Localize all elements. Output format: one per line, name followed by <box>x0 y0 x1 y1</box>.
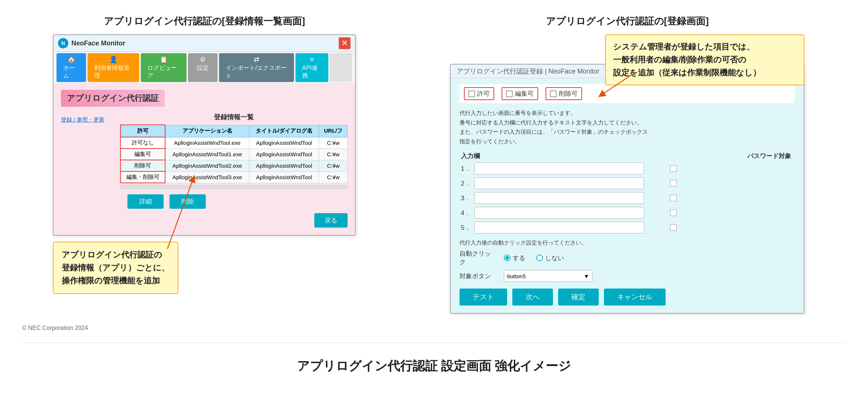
nav-import[interactable]: ⇄ インポート/エクスポート <box>219 53 294 82</box>
cell-dialog-4: AplloginAssistWndTool <box>249 171 319 183</box>
app-login-heading: アプリログイン代行認証 <box>61 90 165 107</box>
col-permission: 許可 <box>120 125 165 137</box>
left-panel-title: アプリログイン代行認証の[登録情報一覧画面] <box>104 15 305 28</box>
form-row-5: 5． <box>459 222 795 233</box>
radio-yes-dot <box>504 255 510 261</box>
col-input-label: 入力欄 <box>461 152 480 160</box>
sidebar-register-link[interactable]: 登録 / 参照・更新 <box>61 116 113 123</box>
radio-group: する しない <box>504 254 564 262</box>
auto-click-label: 自動クリック <box>459 249 496 266</box>
col-url: URL/フ <box>319 125 348 137</box>
allow-label: 許可 <box>477 89 490 98</box>
right-annotation-box: システム管理者が登録した項目では、 一般利用者の編集/削除作業の可否の 設定を追… <box>605 34 804 85</box>
target-select-value: button5 <box>507 273 526 279</box>
next-button[interactable]: 次へ <box>512 289 553 306</box>
form-row-2: 2． <box>459 177 795 189</box>
left-content-area: アプリログイン代行認証 登録 / 参照・更新 登録情報一覧 許 <box>54 84 355 235</box>
table-section-title: 登録情報一覧 <box>120 113 348 122</box>
cell-url-3: C:¥w <box>319 160 348 171</box>
form-header-row: 入力欄 パスワード対象 <box>459 152 795 160</box>
perm-editable: 編集可 <box>502 87 538 100</box>
cell-url-1: C:¥w <box>319 137 348 149</box>
log-icon: 📋 <box>159 55 168 64</box>
cancel-button[interactable]: キャンセル <box>604 289 666 306</box>
cell-dialog-3: AplloginAssistWndTool <box>249 160 319 171</box>
desc-line-3: また、パスワードの入力項目には、「パスワード対象」のチェックボックス <box>459 127 795 137</box>
form-row-num-5: 5． <box>459 224 471 232</box>
password-checkbox-4[interactable] <box>670 209 677 216</box>
user-icon: 👤 <box>109 55 118 64</box>
col-dialog: タイトル/ダイアログ名 <box>249 125 319 137</box>
input-field-2[interactable] <box>474 177 644 189</box>
cell-dialog-2: AplloginAssistWndTool <box>249 149 319 160</box>
detail-button[interactable]: 詳細 <box>127 194 164 209</box>
password-checkbox-3[interactable] <box>670 195 677 201</box>
radio-no[interactable]: しない <box>536 254 564 262</box>
right-neoface-window: アプリログイン代行認証登録 | NeoFace Monitor 許可 編集可 <box>450 64 804 314</box>
table-row: 削除可 AplloginAssistWndTool2.exe AplloginA… <box>120 160 348 171</box>
radio-yes-label: する <box>513 254 525 262</box>
confirm-button[interactable]: 確定 <box>558 289 599 306</box>
left-titlebar: N NeoFace Monitor ✕ <box>54 35 355 52</box>
delete-button[interactable]: 削除 <box>170 194 206 209</box>
input-field-1[interactable] <box>474 163 644 174</box>
editable-label: 編集可 <box>515 89 534 98</box>
right-annotation-line2: 一般利用者の編集/削除作業の可否の <box>613 53 796 66</box>
desc-line-2: 番号に対応する入力欄に代行入力するテキスト文字を入力してください。 <box>459 118 795 127</box>
cell-perm-3: 削除可 <box>120 160 165 171</box>
deletable-checkbox[interactable] <box>550 91 557 97</box>
nav-settings[interactable]: ⚙ 設定 <box>188 53 218 82</box>
allow-checkbox[interactable] <box>468 91 475 97</box>
close-button[interactable]: ✕ <box>339 37 351 49</box>
left-sidebar: 登録 / 参照・更新 <box>61 113 113 209</box>
registration-table: 許可 アプリケーション名 タイトル/ダイアログ名 URL/フ 許 <box>120 125 348 183</box>
left-annotation-line2: 登録情報（アプリ）ごとに、 <box>62 261 170 274</box>
table-row: 許可なし AplloginAssistWndTool.exe AplloginA… <box>120 137 348 149</box>
form-row-1: 1． <box>459 163 795 174</box>
radio-yes[interactable]: する <box>504 254 525 262</box>
col-password-label: パスワード対象 <box>747 152 791 160</box>
right-annotation-line1: システム管理者が登録した項目では、 <box>613 40 796 53</box>
nav-home[interactable]: 🏠 ホーム <box>57 53 86 82</box>
settings-icon: ⚙ <box>198 55 208 64</box>
left-annotation-box: アプリログイン代行認証の 登録情報（アプリ）ごとに、 操作権限の管理機能を追加 <box>53 242 178 294</box>
nav-api[interactable]: ≡ API連携 <box>295 53 328 82</box>
form-row-num-1: 1． <box>459 164 471 173</box>
perm-allow: 許可 <box>464 87 494 100</box>
right-panel-title: アプリログイン代行認証の[登録画面] <box>546 15 709 28</box>
nav-user[interactable]: 👤 利用者情報管理 <box>88 53 139 82</box>
password-checkbox-2[interactable] <box>670 180 677 187</box>
right-annotation-line3: 設定を追加（従来は作業制限機能なし） <box>613 66 796 79</box>
cell-dialog-1: AplloginAssistWndTool <box>249 137 319 149</box>
description-block: 代行入力したい画面に番号を表示しています。 番号に対応する入力欄に代行入力するテ… <box>459 108 795 146</box>
cell-app-4: AplloginAssistWndTool3.exe <box>165 171 249 183</box>
editable-checkbox[interactable] <box>506 91 513 97</box>
password-checkbox-5[interactable] <box>670 224 677 231</box>
test-button[interactable]: テスト <box>459 289 507 306</box>
auto-click-section: 代行入力後の自動クリック設定を行ってください。 自動クリック する <box>459 239 795 282</box>
cell-url-4: C:¥w <box>319 171 348 183</box>
nav-blank <box>330 53 352 82</box>
password-checkbox-1[interactable] <box>670 165 677 172</box>
auto-click-desc: 代行入力後の自動クリック設定を行ってください。 <box>459 239 795 246</box>
form-row-num-4: 4． <box>459 209 471 217</box>
auto-click-row: 自動クリック する しない <box>459 249 795 266</box>
input-field-3[interactable] <box>474 192 644 204</box>
left-navbar: 🏠 ホーム 👤 利用者情報管理 📋 ログビューア ⚙ <box>54 52 355 84</box>
target-select[interactable]: button5 ▼ <box>504 270 592 282</box>
deletable-label: 削除可 <box>559 89 578 98</box>
nav-log[interactable]: 📋 ログビューア <box>141 53 187 82</box>
right-content-area: 許可 編集可 削除可 <box>451 78 804 313</box>
form-row-3: 3． <box>459 192 795 204</box>
bottom-button-row: テスト 次へ 確定 キャンセル <box>459 289 795 306</box>
desc-line-1: 代行入力したい画面に番号を表示しています。 <box>459 108 795 118</box>
desc-line-4: 指定を行ってください。 <box>459 137 795 146</box>
bottom-section: アプリログイン代行認証 設定画面 強化イメージ <box>22 358 846 375</box>
table-row: 編集・削除可 AplloginAssistWndTool3.exe Apllog… <box>120 171 348 183</box>
table-scrollbar[interactable] <box>120 185 348 189</box>
radio-no-label: しない <box>545 254 564 262</box>
permission-row: 許可 編集可 削除可 <box>459 84 795 103</box>
input-field-5[interactable] <box>474 222 644 233</box>
input-field-4[interactable] <box>474 207 644 219</box>
back-button[interactable]: 戻る <box>314 213 348 228</box>
